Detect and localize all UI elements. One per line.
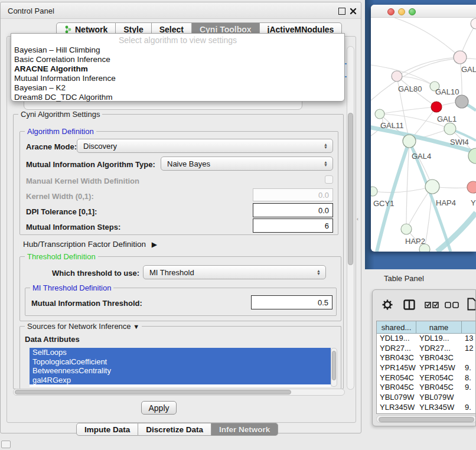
tab-discretize-data[interactable]: Discretize Data xyxy=(138,423,211,436)
node-gal11[interactable] xyxy=(375,109,384,119)
hub-definition-label: Hub/Transcription Factor Definition xyxy=(23,240,146,249)
sources-title-wrap[interactable]: Sources for Network Inference ▼ xyxy=(25,322,142,331)
float-window-icon[interactable] xyxy=(338,8,345,15)
node-gal4[interactable] xyxy=(403,135,416,148)
table-hscroll-thumb[interactable] xyxy=(379,417,474,422)
column-header-2[interactable]: name xyxy=(416,321,462,334)
attribute-item[interactable]: BetweennessCentrality xyxy=(30,366,331,376)
aracne-mode-label: Aracne Mode: xyxy=(26,142,77,151)
table-row[interactable]: YDL19...YDL19...13 xyxy=(377,334,476,344)
table-cell: YER054C xyxy=(377,373,416,383)
gear-icon[interactable] xyxy=(382,299,393,310)
table-row[interactable]: YBR045CYBR045C9. xyxy=(377,383,476,393)
table-row[interactable]: YDR27...YDR27...12 xyxy=(377,344,476,354)
data-attributes-list[interactable]: SelfLoopsTopologicalCoefficientBetweenne… xyxy=(30,348,331,387)
table-row[interactable]: YBL079WYBL079W xyxy=(377,393,476,403)
node-label: Y xyxy=(471,198,476,207)
node-label: HAP2 xyxy=(405,237,425,246)
network-canvas[interactable]: GALGAL80GAL10GAL1GAL11SWI4GAL4GCY1HAP4YH… xyxy=(371,18,476,252)
dropdown-item[interactable]: Basic Correlation Inference xyxy=(11,55,344,64)
table-cell: YBR045C xyxy=(377,383,416,393)
kernel-width-field[interactable]: 0.0 xyxy=(253,188,333,201)
node[interactable] xyxy=(471,18,476,29)
node-gal80[interactable] xyxy=(392,71,402,81)
node-table[interactable]: shared...nameA YDL19...YDL19...13YDR27..… xyxy=(376,321,476,414)
dropdown-item[interactable]: Bayesian – Hill Climbing xyxy=(11,45,344,55)
zoom-traffic-light-icon[interactable] xyxy=(409,8,416,15)
table-row[interactable]: YER054CYER054C8. xyxy=(377,373,476,383)
manual-kernel-checkbox[interactable] xyxy=(325,175,333,184)
table-cell: YLR345W xyxy=(377,403,416,413)
attribute-item[interactable]: gal4RGexp xyxy=(30,376,331,385)
which-threshold-label: Which threshold to use: xyxy=(52,269,139,278)
table-cell: YDL19... xyxy=(416,334,462,344)
deselect-all-checkboxes-icon[interactable] xyxy=(445,302,459,308)
node-hap2[interactable] xyxy=(401,224,412,234)
minimized-panel-icon[interactable] xyxy=(1,441,11,448)
mi-steps-field[interactable]: 6 xyxy=(253,219,333,233)
column-header-1[interactable]: shared... xyxy=(377,321,416,334)
table-row[interactable]: YPR145WYPR145W9. xyxy=(377,363,476,373)
dropdown-item[interactable]: Mutual Information Inference xyxy=(11,74,344,83)
close-traffic-light-icon[interactable] xyxy=(387,8,395,15)
mi-steps-label: Mutual Information Steps: xyxy=(26,223,120,231)
apply-button[interactable]: Apply xyxy=(141,401,177,415)
which-threshold-combo[interactable]: MI Threshold ▲▼ xyxy=(143,265,326,279)
table-cell: YIL052C xyxy=(416,413,462,415)
table-cell: YIL052C xyxy=(377,413,416,415)
settings-vertical-scrollbar[interactable] xyxy=(347,46,354,390)
column-header-3[interactable]: A xyxy=(462,321,476,334)
algorithm-dropdown: Select algorithm to view settings Bayesi… xyxy=(11,33,345,102)
close-icon[interactable] xyxy=(350,8,357,15)
settings-vscroll-thumb[interactable] xyxy=(348,113,353,265)
node-gal[interactable] xyxy=(454,51,467,64)
network-icon xyxy=(64,25,72,34)
table-cell: 9. xyxy=(462,403,476,413)
mi-threshold-field[interactable]: 0.5 xyxy=(251,295,332,309)
threshold-definition-group: Threshold Definition Which threshold to … xyxy=(19,256,341,321)
settings-horizontal-scrollbar[interactable] xyxy=(13,389,345,396)
columns-icon[interactable] xyxy=(403,299,415,310)
cyni-bottom-tabs: Impute DataDiscretize DataInfer Network xyxy=(76,423,278,436)
attributes-scrollbar[interactable] xyxy=(331,348,337,387)
table-horizontal-scrollbar[interactable] xyxy=(376,415,476,423)
tab-impute-data[interactable]: Impute Data xyxy=(76,423,138,436)
document-icon[interactable] xyxy=(467,298,476,311)
select-all-checkboxes-icon[interactable] xyxy=(425,302,439,308)
attributes-scroll-thumb[interactable] xyxy=(332,351,336,380)
screen: Control Panel NetworkStyleSelectCyni Too… xyxy=(0,0,476,450)
node-label: GAL1 xyxy=(437,115,457,123)
divider-handle[interactable]: ‹ xyxy=(357,216,360,222)
node-gal1[interactable] xyxy=(444,123,456,135)
node-label: GAL10 xyxy=(435,87,459,96)
attribute-item[interactable]: SelfLoops xyxy=(30,348,331,357)
control-panel-titlebar[interactable]: Control Panel xyxy=(1,2,361,19)
dropdown-item[interactable]: Dream8 DC_TDC Algorithm xyxy=(11,93,344,102)
table-row[interactable]: YLR345WYLR345W9. xyxy=(377,403,476,413)
hub-definition-toggle[interactable]: Hub/Transcription Factor Definition ▶ xyxy=(23,240,157,249)
panel-title: Control Panel xyxy=(8,6,54,15)
aracne-mode-combo[interactable]: Discovery ▲▼ xyxy=(77,139,333,153)
chevron-right-icon: ▶ xyxy=(152,240,157,249)
network-window-titlebar[interactable] xyxy=(371,5,476,18)
dropdown-item[interactable]: Bayesian – K2 xyxy=(11,83,344,93)
dpi-tolerance-field[interactable]: 0.0 xyxy=(253,203,333,217)
dropdown-item[interactable]: ARACNE Algorithm xyxy=(11,64,344,74)
table-row[interactable]: YBR043CYBR043C xyxy=(377,353,476,363)
table-row[interactable]: YIL052CYIL052C9. xyxy=(377,413,476,415)
node-gcy1[interactable] xyxy=(371,187,377,196)
table-cell: 12 xyxy=(462,344,476,354)
combo-arrows-icon: ▲▼ xyxy=(317,269,321,275)
node-hap4[interactable] xyxy=(425,180,439,194)
algorithm-definition-group: Algorithm Definition Aracne Mode: Discov… xyxy=(19,131,338,235)
mi-type-combo[interactable]: Naive Bayes ▲▼ xyxy=(161,156,333,171)
node-salmon[interactable] xyxy=(467,181,476,193)
tab-infer-network[interactable]: Infer Network xyxy=(211,423,278,436)
mi-type-value: Naive Bayes xyxy=(167,159,210,168)
network-edge xyxy=(380,107,436,114)
minimize-traffic-light-icon[interactable] xyxy=(398,8,405,15)
node-red[interactable] xyxy=(431,102,442,112)
attribute-item[interactable]: TopologicalCoefficient xyxy=(30,357,331,367)
settings-hscroll-thumb[interactable] xyxy=(15,390,291,394)
node-gray[interactable] xyxy=(455,95,468,108)
